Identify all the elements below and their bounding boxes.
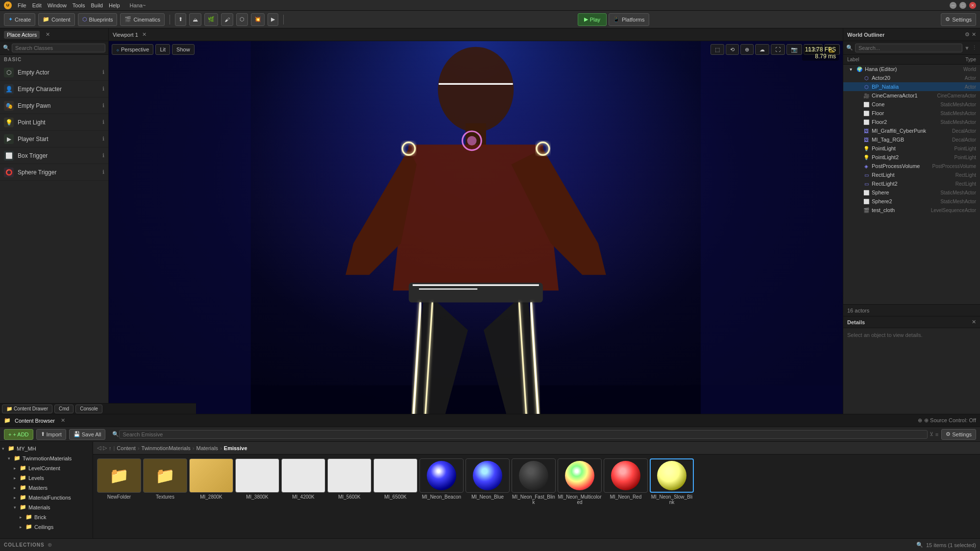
asset-item[interactable]: MI_Neon_Fast_Blink bbox=[512, 458, 556, 505]
tree-item[interactable]: ▾ 📁 TwinmotionMaterials bbox=[0, 454, 93, 463]
content-button[interactable]: 📁 Content bbox=[38, 13, 75, 26]
cb-options-icon[interactable]: ≡ bbox=[935, 431, 938, 437]
viewport-icon-btn-4[interactable]: ☁ bbox=[755, 44, 769, 55]
actor-list-item[interactable]: ⬡ Empty Actor ℹ bbox=[0, 64, 108, 81]
outliner-settings-icon[interactable]: ⚙ bbox=[965, 31, 970, 38]
tree-item[interactable]: ▾ 📁 Materials bbox=[0, 503, 93, 512]
search-input[interactable] bbox=[12, 44, 105, 52]
menu-edit[interactable]: Edit bbox=[32, 2, 42, 8]
outliner-list-item[interactable]: ⬡ Actor20 Actor bbox=[843, 73, 980, 82]
animation-mode-button[interactable]: ▶ bbox=[268, 13, 278, 26]
outliner-list-item[interactable]: 🎥 CineCameraActor1 CineCameraActor bbox=[843, 91, 980, 100]
asset-item[interactable]: MI_Neon_Beacon bbox=[419, 458, 464, 505]
asset-item[interactable]: MI_4200K bbox=[281, 458, 325, 505]
asset-item[interactable]: MI_Neon_Slow_Blink bbox=[650, 458, 694, 505]
outliner-list-item[interactable]: ⬜ Floor StaticMeshActor bbox=[843, 109, 980, 118]
menu-build[interactable]: Build bbox=[91, 2, 103, 8]
actor-list-item[interactable]: ▶ Player Start ℹ bbox=[0, 131, 108, 147]
platforms-button[interactable]: 📱 Platforms bbox=[609, 13, 649, 26]
menu-tools[interactable]: Tools bbox=[73, 2, 85, 8]
outliner-close-icon[interactable]: ✕ bbox=[972, 31, 976, 38]
mesh-paint-button[interactable]: 🖌 bbox=[221, 13, 233, 26]
outliner-list-item[interactable]: ◈ PostProcessVolume PostProcessVolume bbox=[843, 162, 980, 170]
save-all-button[interactable]: 💾 Save All bbox=[69, 429, 106, 440]
place-actors-close[interactable]: ✕ bbox=[46, 31, 50, 38]
content-browser-tab-close[interactable]: ✕ bbox=[61, 417, 65, 424]
asset-item[interactable]: MI_5600K bbox=[327, 458, 371, 505]
actor-item-info[interactable]: ℹ bbox=[102, 69, 104, 75]
actor-item-info[interactable]: ℹ bbox=[102, 136, 104, 142]
outliner-list-item[interactable]: ▭ RectLight2 RectLight bbox=[843, 179, 980, 188]
tree-item[interactable]: ▸ 📁 LevelContent bbox=[0, 463, 93, 473]
actor-list-item[interactable]: ⬜ Box Trigger ℹ bbox=[0, 147, 108, 164]
add-button[interactable]: + + ADD bbox=[4, 429, 33, 440]
actor-item-info[interactable]: ℹ bbox=[102, 86, 104, 92]
tree-item[interactable]: ▸ 📁 Brick bbox=[0, 512, 93, 522]
landscape-mode-button[interactable]: ⛰ bbox=[189, 13, 201, 26]
outliner-list-item[interactable]: ▾ 🌍 Hana (Editor) World bbox=[843, 65, 980, 73]
asset-item[interactable]: MI_3800K bbox=[235, 458, 279, 505]
path-twinmotion[interactable]: TwinmotionMaterials bbox=[142, 445, 191, 451]
viewport-container[interactable]: ⬦ Perspective Lit Show ⬚ ⟲ ⊕ ☁ ⛶ 📷 0.25 … bbox=[109, 41, 843, 414]
viewport-tab[interactable]: Viewport 1 bbox=[113, 32, 138, 38]
path-materials[interactable]: Materials bbox=[196, 445, 219, 451]
asset-item[interactable]: MI_Neon_Blue bbox=[466, 458, 510, 505]
create-button[interactable]: ✦ Create bbox=[4, 13, 35, 26]
tree-item[interactable]: ▸ 📁 MaterialFunctions bbox=[0, 493, 93, 503]
asset-item[interactable]: 📁 NewFolder bbox=[97, 458, 141, 505]
outliner-filter-icon[interactable]: ▼ bbox=[964, 45, 970, 51]
cb-search-col-icon[interactable]: 🔍 bbox=[916, 542, 923, 548]
actor-list-item[interactable]: 🎭 Empty Pawn ℹ bbox=[0, 97, 108, 114]
outliner-list-item[interactable]: 🖼 MI_Graffiti_CyberPunk DecalActor bbox=[843, 126, 980, 135]
content-drawer-tab[interactable]: 📁 Content Drawer bbox=[2, 405, 52, 413]
viewport-icon-btn-3[interactable]: ⊕ bbox=[740, 44, 754, 55]
modeling-mode-button[interactable]: ⬡ bbox=[236, 13, 248, 26]
close-button[interactable]: ✕ bbox=[969, 2, 976, 9]
cb-filter-icon[interactable]: ⊻ bbox=[930, 431, 933, 437]
menu-help[interactable]: Help bbox=[109, 2, 120, 8]
outliner-list-item[interactable]: ⬜ Floor2 StaticMeshActor bbox=[843, 118, 980, 126]
asset-item[interactable]: MI_6500K bbox=[373, 458, 417, 505]
place-actors-tab[interactable]: Place Actors bbox=[4, 31, 40, 39]
path-emissive[interactable]: Emissive bbox=[224, 445, 247, 451]
viewport-tab-close[interactable]: ✕ bbox=[142, 31, 147, 38]
viewport-icon-btn-2[interactable]: ⟲ bbox=[726, 44, 739, 55]
outliner-list-item[interactable]: ⬜ Sphere2 StaticMeshActor bbox=[843, 197, 980, 206]
menu-file[interactable]: File bbox=[18, 2, 26, 8]
outliner-list-item[interactable]: ⬜ Sphere StaticMeshActor bbox=[843, 188, 980, 197]
play-button[interactable]: ▶ Play bbox=[578, 13, 607, 26]
settings-button[interactable]: ⚙ Settings bbox=[941, 13, 976, 26]
lit-button[interactable]: Lit bbox=[155, 44, 170, 55]
outliner-list-item[interactable]: ▭ RectLight RectLight bbox=[843, 170, 980, 179]
actor-item-info[interactable]: ℹ bbox=[102, 169, 104, 175]
collections-add-icon[interactable]: ⊕ bbox=[48, 542, 52, 548]
asset-item[interactable]: MI_2800K bbox=[189, 458, 233, 505]
cmd-tab[interactable]: Cmd bbox=[54, 405, 74, 413]
blueprints-button[interactable]: ⬡ Blueprints bbox=[78, 13, 118, 26]
import-button[interactable]: ⬆ Import bbox=[36, 429, 66, 440]
tree-item[interactable]: ▸ 📁 Masters bbox=[0, 483, 93, 493]
maximize-button[interactable]: □ bbox=[959, 2, 966, 9]
content-browser-tab[interactable]: Content Browser bbox=[15, 418, 55, 424]
actor-list-item[interactable]: ⭕ Sphere Trigger ℹ bbox=[0, 164, 108, 181]
outliner-list-item[interactable]: 💡 PointLight PointLight bbox=[843, 144, 980, 153]
foliage-mode-button[interactable]: 🌿 bbox=[204, 13, 218, 26]
actor-list-item[interactable]: 👤 Empty Character ℹ bbox=[0, 81, 108, 97]
console-tab[interactable]: Console bbox=[75, 405, 102, 413]
details-close-icon[interactable]: ✕ bbox=[972, 319, 976, 325]
cinematics-button[interactable]: 🎬 Cinematics bbox=[120, 13, 164, 26]
minimize-button[interactable]: ─ bbox=[950, 2, 956, 9]
viewport-icon-btn-5[interactable]: ⛶ bbox=[771, 44, 785, 55]
outliner-list-item[interactable]: ⬜ Cone StaticMeshActor bbox=[843, 100, 980, 109]
cb-search-input[interactable] bbox=[119, 430, 927, 439]
outliner-search-input[interactable] bbox=[855, 44, 962, 52]
tree-item[interactable]: ▸ 📁 Levels bbox=[0, 473, 93, 483]
asset-item[interactable]: 📁 Textures bbox=[143, 458, 187, 505]
outliner-list-item[interactable]: ⬡ BP_Natalia Actor bbox=[843, 82, 980, 91]
tree-item[interactable]: ▾ 📁 MY_MH bbox=[0, 444, 93, 454]
asset-item[interactable]: MI_Neon_Red bbox=[604, 458, 648, 505]
actor-item-info[interactable]: ℹ bbox=[102, 102, 104, 109]
select-mode-button[interactable]: ⬆ bbox=[175, 13, 186, 26]
outliner-list-item[interactable]: 🖼 MI_Tag_RGB DecalActor bbox=[843, 135, 980, 144]
perspective-button[interactable]: ⬦ Perspective bbox=[112, 44, 153, 55]
